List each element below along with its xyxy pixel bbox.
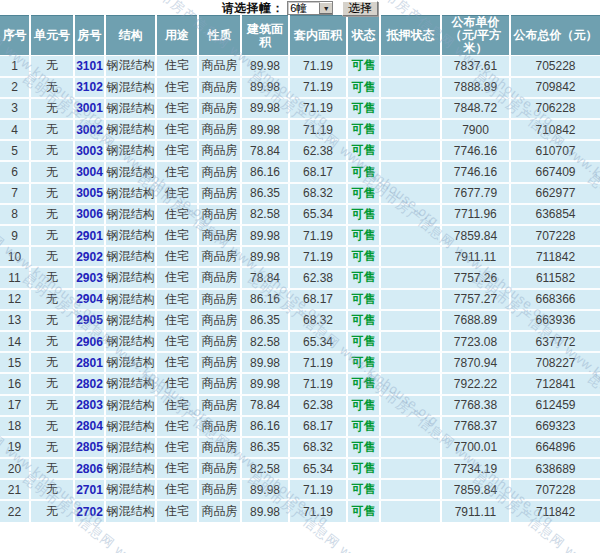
cell-structure: 钢混结构 bbox=[105, 373, 156, 394]
cell-serial: 13 bbox=[0, 310, 30, 331]
cell-serial: 20 bbox=[0, 458, 30, 479]
cell-inner-area: 65.34 bbox=[289, 331, 347, 352]
cell-unit: 无 bbox=[30, 416, 74, 437]
cell-unit-price: 7677.79 bbox=[441, 183, 510, 204]
cell-floor-area: 86.35 bbox=[241, 437, 289, 458]
col-header-use: 用途 bbox=[156, 16, 198, 56]
cell-room[interactable]: 2906 bbox=[74, 331, 105, 352]
cell-total-price: 636854 bbox=[510, 204, 600, 225]
cell-room[interactable]: 2801 bbox=[74, 352, 105, 373]
cell-serial: 15 bbox=[0, 352, 30, 373]
cell-unit-price: 7768.37 bbox=[441, 416, 510, 437]
floor-select[interactable]: 6幢 ▼ bbox=[287, 1, 333, 15]
cell-room[interactable]: 2803 bbox=[74, 395, 105, 416]
cell-status: 可售 bbox=[347, 500, 380, 521]
cell-structure: 钢混结构 bbox=[105, 416, 156, 437]
cell-total-price: 711842 bbox=[510, 246, 600, 267]
cell-use: 住宅 bbox=[156, 119, 198, 140]
cell-use: 住宅 bbox=[156, 395, 198, 416]
cell-room[interactable]: 3005 bbox=[74, 183, 105, 204]
cell-nature: 商品房 bbox=[198, 161, 241, 182]
cell-room[interactable]: 2806 bbox=[74, 458, 105, 479]
cell-structure: 钢混结构 bbox=[105, 331, 156, 352]
cell-structure: 钢混结构 bbox=[105, 119, 156, 140]
cell-unit-price: 7768.38 bbox=[441, 395, 510, 416]
cell-room[interactable]: 2804 bbox=[74, 416, 105, 437]
cell-room[interactable]: 3101 bbox=[74, 56, 105, 77]
select-button[interactable]: 选择 bbox=[342, 1, 378, 16]
cell-status: 可售 bbox=[347, 225, 380, 246]
col-header-status: 状态 bbox=[347, 16, 380, 56]
cell-room[interactable]: 2902 bbox=[74, 246, 105, 267]
table-header: 序号单元号房号结构用途性质建筑面积套内面积状态抵押状态公布单价（元/平方米）公布… bbox=[0, 16, 600, 56]
cell-room[interactable]: 3102 bbox=[74, 77, 105, 98]
cell-status: 可售 bbox=[347, 479, 380, 500]
cell-total-price: 663936 bbox=[510, 310, 600, 331]
cell-nature: 商品房 bbox=[198, 119, 241, 140]
cell-serial: 14 bbox=[0, 331, 30, 352]
col-header-mortgage: 抵押状态 bbox=[380, 16, 441, 56]
cell-room[interactable]: 2901 bbox=[74, 225, 105, 246]
col-header-serial: 序号 bbox=[0, 16, 30, 56]
cell-use: 住宅 bbox=[156, 98, 198, 119]
table-body: 1无3101钢混结构住宅商品房89.9871.19可售7837.61705228… bbox=[0, 56, 600, 522]
chevron-down-icon[interactable]: ▼ bbox=[319, 2, 332, 14]
cell-room[interactable]: 3003 bbox=[74, 140, 105, 161]
cell-total-price: 711842 bbox=[510, 500, 600, 521]
cell-mortgage bbox=[380, 119, 441, 140]
cell-status: 可售 bbox=[347, 161, 380, 182]
cell-inner-area: 62.38 bbox=[289, 140, 347, 161]
cell-room[interactable]: 2903 bbox=[74, 267, 105, 288]
cell-unit-price: 7911.11 bbox=[441, 500, 510, 521]
cell-room[interactable]: 3002 bbox=[74, 119, 105, 140]
cell-total-price: 669323 bbox=[510, 416, 600, 437]
cell-floor-area: 89.98 bbox=[241, 98, 289, 119]
cell-floor-area: 86.16 bbox=[241, 289, 289, 310]
cell-inner-area: 68.17 bbox=[289, 416, 347, 437]
cell-total-price: 611582 bbox=[510, 267, 600, 288]
cell-use: 住宅 bbox=[156, 246, 198, 267]
cell-inner-area: 68.32 bbox=[289, 437, 347, 458]
cell-room[interactable]: 2805 bbox=[74, 437, 105, 458]
cell-structure: 钢混结构 bbox=[105, 310, 156, 331]
cell-serial: 8 bbox=[0, 204, 30, 225]
cell-room[interactable]: 2905 bbox=[74, 310, 105, 331]
cell-total-price: 709842 bbox=[510, 77, 600, 98]
cell-unit-price: 7734.19 bbox=[441, 458, 510, 479]
cell-unit: 无 bbox=[30, 204, 74, 225]
cell-total-price: 712841 bbox=[510, 373, 600, 394]
cell-status: 可售 bbox=[347, 416, 380, 437]
cell-serial: 19 bbox=[0, 437, 30, 458]
cell-total-price: 706228 bbox=[510, 98, 600, 119]
cell-room[interactable]: 2802 bbox=[74, 373, 105, 394]
cell-total-price: 667409 bbox=[510, 161, 600, 182]
cell-serial: 10 bbox=[0, 246, 30, 267]
cell-unit: 无 bbox=[30, 310, 74, 331]
cell-floor-area: 89.98 bbox=[241, 352, 289, 373]
cell-unit: 无 bbox=[30, 77, 74, 98]
cell-nature: 商品房 bbox=[198, 140, 241, 161]
table-row: 22无2702钢混结构住宅商品房89.9871.19可售7911.1171184… bbox=[0, 500, 600, 521]
cell-serial: 5 bbox=[0, 140, 30, 161]
table-row: 7无3005钢混结构住宅商品房86.3568.32可售7677.79662977 bbox=[0, 183, 600, 204]
cell-total-price: 612459 bbox=[510, 395, 600, 416]
cell-room[interactable]: 2702 bbox=[74, 500, 105, 521]
cell-floor-area: 89.98 bbox=[241, 56, 289, 77]
cell-unit: 无 bbox=[30, 437, 74, 458]
cell-room[interactable]: 2904 bbox=[74, 289, 105, 310]
cell-room[interactable]: 3001 bbox=[74, 98, 105, 119]
cell-use: 住宅 bbox=[156, 310, 198, 331]
cell-room[interactable]: 3006 bbox=[74, 204, 105, 225]
cell-inner-area: 71.19 bbox=[289, 225, 347, 246]
cell-floor-area: 86.16 bbox=[241, 416, 289, 437]
table-row: 5无3003钢混结构住宅商品房78.8462.38可售7746.16610707 bbox=[0, 140, 600, 161]
cell-serial: 11 bbox=[0, 267, 30, 288]
cell-mortgage bbox=[380, 352, 441, 373]
cell-room[interactable]: 3004 bbox=[74, 161, 105, 182]
cell-unit-price: 7900 bbox=[441, 119, 510, 140]
cell-mortgage bbox=[380, 416, 441, 437]
cell-room[interactable]: 2701 bbox=[74, 479, 105, 500]
cell-nature: 商品房 bbox=[198, 56, 241, 77]
cell-structure: 钢混结构 bbox=[105, 267, 156, 288]
cell-nature: 商品房 bbox=[198, 352, 241, 373]
